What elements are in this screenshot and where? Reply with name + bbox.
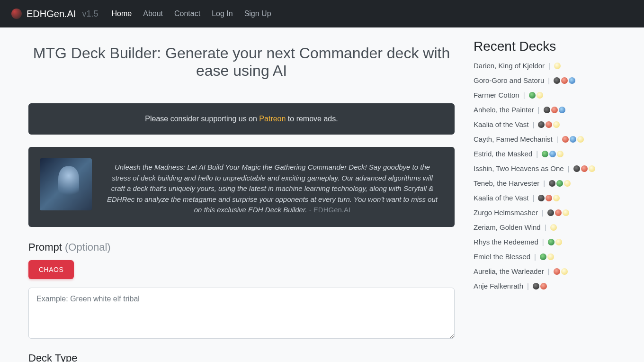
intro-attribution: - EDHGen.AI [309, 206, 351, 214]
recent-deck-link[interactable]: Zeriam, Golden Wind [474, 222, 541, 232]
mana-pip-b [549, 180, 555, 187]
recent-deck-link[interactable]: Zurgo Helmsmasher [474, 208, 538, 217]
nav-link-contact[interactable]: Contact [174, 9, 200, 18]
recent-deck-link[interactable]: Cayth, Famed Mechanist [474, 134, 553, 144]
recent-deck-item: Aurelia, the Warleader | [474, 266, 606, 276]
recent-deck-link[interactable]: Emiel the Blessed [474, 252, 530, 262]
separator: | [523, 90, 525, 100]
separator: | [548, 75, 550, 85]
recent-deck-link[interactable]: Darien, King of Kjeldor [474, 61, 545, 71]
mana-pip-g [529, 92, 536, 99]
separator: | [542, 237, 544, 247]
separator: | [545, 222, 546, 232]
mana-pip-g [548, 239, 555, 245]
intro-box: Unleash the Madness: Let AI Build Your M… [28, 147, 455, 227]
nav-link-signup[interactable]: Sign Up [244, 9, 271, 18]
recent-deck-link[interactable]: Aurelia, the Warleader [474, 266, 544, 276]
separator: | [548, 266, 550, 276]
chaos-button[interactable]: CHAOS [28, 260, 74, 279]
mana-pip-r [551, 107, 558, 113]
brand[interactable]: EDHGen.AI v1.5 [11, 9, 98, 19]
prompt-optional: (Optional) [65, 241, 111, 253]
recent-deck-item: Estrid, the Masked | [474, 149, 606, 159]
recent-deck-link[interactable]: Teneb, the Harvester [474, 178, 539, 188]
brand-version: v1.5 [82, 9, 98, 19]
mana-pips [562, 136, 584, 143]
mana-pips [529, 92, 543, 99]
recent-deck-link[interactable]: Goro-Goro and Satoru [474, 75, 544, 85]
mana-pips [554, 77, 575, 84]
mana-pips [554, 63, 561, 69]
recent-deck-item: Teneb, the Harvester | [474, 178, 606, 188]
mana-pip-w [563, 209, 569, 216]
prompt-input[interactable] [28, 288, 455, 339]
mana-pip-g [542, 151, 548, 157]
nav-link-login[interactable]: Log In [212, 9, 233, 18]
deck-type-label: Deck Type [28, 352, 455, 362]
recent-deck-link[interactable]: Kaalia of the Vast [474, 119, 528, 129]
separator: | [532, 193, 534, 203]
mana-pips [554, 268, 568, 275]
recent-deck-item: Farmer Cotton | [474, 90, 606, 100]
mana-pips [542, 151, 564, 157]
mana-pip-w [554, 63, 561, 69]
mana-pip-b [533, 283, 539, 290]
patreon-link[interactable]: Patreon [259, 115, 286, 123]
recent-deck-item: Zeriam, Golden Wind | [474, 222, 606, 232]
recent-deck-link[interactable]: Kaalia of the Vast [474, 193, 528, 203]
recent-deck-link[interactable]: Isshin, Two Heavens as One [474, 163, 564, 173]
recent-deck-link[interactable]: Anhelo, the Painter [474, 105, 534, 115]
mana-pip-w [557, 151, 564, 157]
recent-decks-title: Recent Decks [474, 39, 606, 54]
mana-pip-r [554, 268, 560, 275]
mana-pips [547, 209, 569, 216]
recent-deck-link[interactable]: Farmer Cotton [474, 90, 519, 100]
mana-pip-r [555, 209, 562, 216]
recent-deck-item: Anhelo, the Painter | [474, 105, 606, 115]
mana-pip-b [544, 107, 550, 113]
mana-pip-w [555, 239, 562, 245]
mana-pips [538, 121, 560, 128]
separator: | [532, 119, 534, 129]
recent-deck-item: Emiel the Blessed | [474, 252, 606, 262]
mana-pip-b [538, 121, 545, 128]
recent-deck-item: Kaalia of the Vast | [474, 193, 606, 203]
separator: | [527, 281, 529, 291]
separator: | [536, 149, 538, 159]
mana-pips [550, 224, 557, 231]
nav-link-home[interactable]: Home [112, 9, 132, 18]
mana-pip-w [564, 180, 571, 187]
mana-pips [548, 239, 562, 245]
recent-deck-item: Cayth, Famed Mechanist | [474, 134, 606, 144]
mana-pips [540, 253, 554, 260]
separator: | [543, 178, 545, 188]
mana-pip-r [546, 121, 552, 128]
mana-pip-r [562, 136, 569, 143]
nav-link-about[interactable]: About [143, 9, 163, 18]
mana-pip-b [573, 165, 580, 172]
navbar: EDHGen.AI v1.5 Home About Contact Log In… [0, 0, 644, 27]
recent-deck-link[interactable]: Rhys the Redeemed [474, 237, 538, 247]
separator: | [542, 208, 544, 217]
separator: | [538, 105, 540, 115]
mana-pip-u [570, 136, 576, 143]
mana-pip-w [547, 253, 554, 260]
recent-deck-item: Rhys the Redeemed | [474, 237, 606, 247]
brand-name: EDHGen.AI [27, 9, 76, 19]
recent-deck-link[interactable]: Anje Falkenrath [474, 281, 523, 291]
mana-pip-g [556, 180, 563, 187]
mana-pips [544, 107, 565, 113]
mana-pips [549, 180, 571, 187]
support-banner: Please consider supporting us on Patreon… [28, 103, 455, 135]
mana-pip-b [554, 77, 560, 84]
mana-pip-w [537, 92, 543, 99]
mana-pips [573, 165, 595, 172]
mana-pip-u [549, 151, 556, 157]
recent-deck-link[interactable]: Estrid, the Masked [474, 149, 532, 159]
support-prefix: Please consider supporting us on [145, 115, 259, 123]
mana-pip-r [581, 165, 588, 172]
mana-pip-b [538, 195, 545, 201]
page-title: MTG Deck Builder: Generate your next Com… [28, 45, 455, 80]
nav-links: Home About Contact Log In Sign Up [112, 9, 271, 18]
mana-pip-w [561, 268, 568, 275]
